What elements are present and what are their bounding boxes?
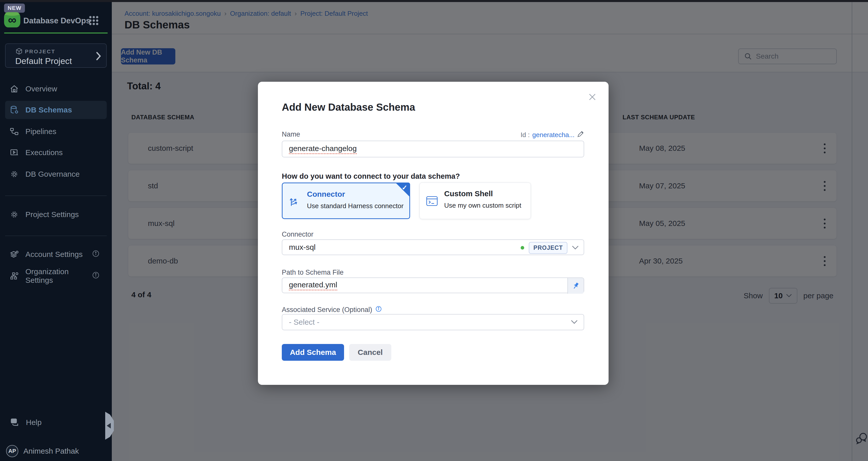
governance-gear-icon [10,170,19,179]
info-icon[interactable] [92,271,100,281]
svg-text:?: ? [13,419,15,423]
sidebar-item-pipelines[interactable]: Pipelines [5,123,107,140]
connector-status-dot [521,246,524,250]
scope-badge: PROJECT [529,242,567,254]
cube-icon [15,47,23,56]
sidebar-item-organization-settings[interactable]: Organization Settings [5,268,107,284]
new-badge: NEW [4,4,25,13]
sidebar-divider [5,236,107,236]
terminal-icon [426,195,438,208]
executions-icon [10,148,19,157]
app-logo-database-icon: ∞ [4,12,20,27]
sidebar-item-help[interactable]: ? Help [5,414,107,431]
app-grid-icon[interactable] [89,16,99,26]
help-chat-icon: ? [10,417,20,427]
screen: NEW ∞ Database DevOps PROJECT Default Pr… [0,0,868,461]
sidebar-item-account-settings[interactable]: Account Settings [5,246,107,262]
connector-arrows-icon [289,195,300,208]
avatar: AP [6,445,18,457]
thumbtack-icon [570,281,581,291]
checkmark-icon: ✓ [402,184,407,192]
modal-title: Add New Database Schema [282,102,415,113]
close-icon[interactable] [587,92,597,102]
sidebar-item-db-schemas[interactable]: DB Schemas [5,102,107,118]
sidebar-item-project-settings[interactable]: Project Settings [5,206,107,223]
path-input[interactable]: generated.yml [282,277,584,293]
db-schemas-icon [10,105,19,114]
path-label: Path to Schema File [282,269,344,276]
org-hierarchy-icon [10,271,19,281]
cancel-button[interactable]: Cancel [349,344,391,361]
sidebar: NEW ∞ Database DevOps PROJECT Default Pr… [0,2,112,461]
info-icon[interactable] [375,306,382,314]
add-schema-modal: Add New Database Schema Name Id : genera… [258,82,609,385]
schema-id-line: Id : generatecha... [521,130,584,139]
pin-button[interactable] [567,278,584,294]
brand-accent-line [4,32,108,34]
home-icon [10,84,19,93]
chevron-right-icon [95,52,102,62]
service-select[interactable]: - Select - [282,314,584,330]
edit-id-pencil-icon[interactable] [577,130,584,139]
connector-select[interactable]: mux-sql PROJECT [282,239,584,255]
id-value-link[interactable]: generatecha... [532,131,575,139]
service-label-row: Associated Service (Optional) [282,306,382,314]
id-prefix: Id : [521,131,530,139]
project-label: PROJECT [25,48,55,55]
chevron-down-icon [572,245,579,250]
pipelines-icon [10,127,19,136]
app-title: Database DevOps [23,16,90,25]
sidebar-item-executions[interactable]: Executions [5,144,107,161]
sidebar-divider [5,195,107,196]
user-menu[interactable]: AP Animesh Pathak [5,443,107,459]
sidebar-item-overview[interactable]: Overview [5,81,107,97]
project-name: Default Project [15,56,72,66]
add-schema-button[interactable]: Add Schema [282,344,344,361]
project-selector[interactable]: PROJECT Default Project [5,43,107,68]
browser-top-strip [0,0,868,2]
layers-gear-icon [10,250,19,259]
chevron-down-icon [571,320,578,324]
name-input[interactable]: generate-changelog [282,141,584,157]
left-arrow-icon [107,423,111,429]
connect-question: How do you want to connect to your data … [282,172,460,180]
option-card-connector[interactable]: ✓ Connector Use standard Harness connect… [282,183,410,219]
sidebar-item-db-governance[interactable]: DB Governance [5,166,107,182]
name-label: Name [282,130,300,138]
info-icon[interactable] [92,250,100,259]
service-label: Associated Service (Optional) [282,306,372,314]
gear-icon [10,210,19,219]
user-name: Animesh Pathak [23,447,79,455]
option-card-custom-shell[interactable]: Custom Shell Use my own custom script [420,183,531,219]
connector-label: Connector [282,230,314,238]
